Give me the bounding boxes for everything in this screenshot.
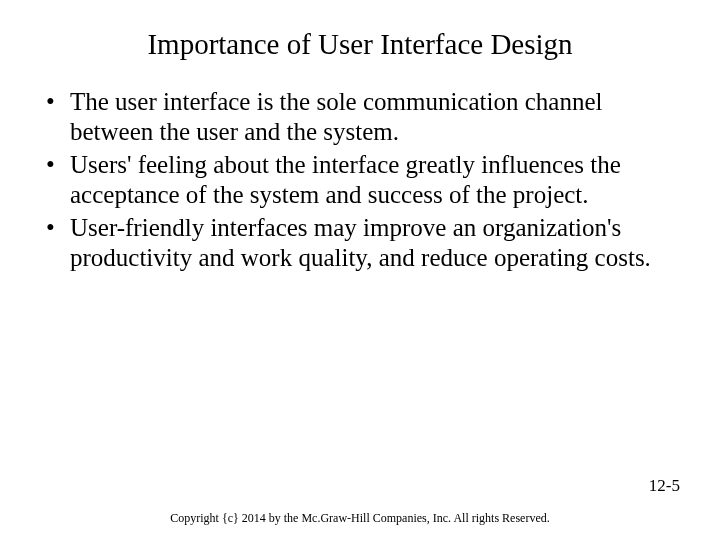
list-item: The user interface is the sole communica… (44, 87, 684, 146)
slide-title: Importance of User Interface Design (76, 28, 644, 61)
bullet-list: The user interface is the sole communica… (36, 87, 684, 272)
list-item: Users' feeling about the interface great… (44, 150, 684, 209)
page-number: 12-5 (649, 476, 680, 496)
list-item: User-friendly interfaces may improve an … (44, 213, 684, 272)
slide: Importance of User Interface Design The … (0, 0, 720, 540)
copyright-text: Copyright {c} 2014 by the Mc.Graw-Hill C… (0, 511, 720, 526)
